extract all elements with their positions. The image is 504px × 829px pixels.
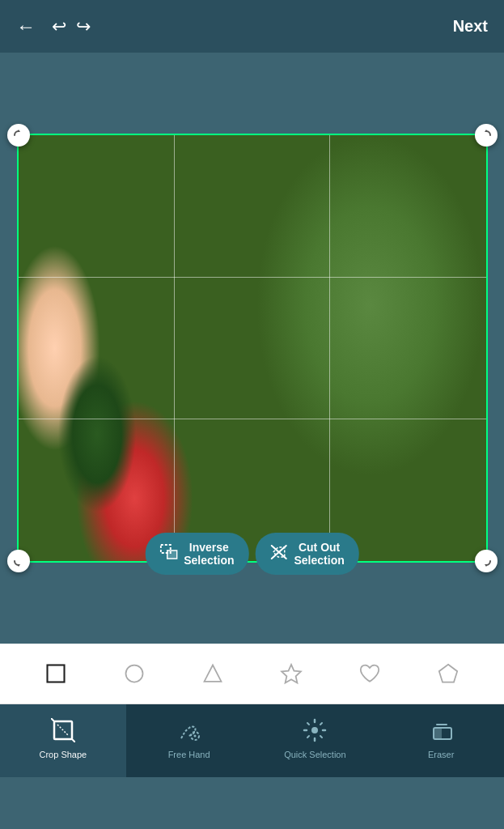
free-hand-icon (177, 718, 201, 746)
svg-marker-12 (439, 665, 457, 682)
svg-point-19 (311, 727, 318, 733)
triangle-icon (201, 662, 224, 685)
svg-point-18 (193, 735, 196, 738)
inverse-icon-svg (159, 544, 177, 560)
rotate-icon-tr (481, 130, 492, 141)
svg-line-14 (51, 718, 54, 721)
shape-triangle-button[interactable] (193, 653, 233, 694)
free-hand-label: Free Hand (168, 750, 210, 759)
nav-quick-selection[interactable]: Quick Selection (252, 704, 379, 777)
quick-selection-label: Quick Selection (284, 750, 345, 759)
handle-bottom-left[interactable] (7, 550, 30, 572)
header-left: ← ↩ ↪ (16, 15, 91, 38)
shape-pentagon-button[interactable] (428, 653, 468, 694)
eraser-icon (429, 718, 453, 746)
crop-overlay (17, 134, 488, 563)
grid-v-line-2 (329, 135, 330, 561)
inverse-selection-button[interactable]: InverseSelection (145, 533, 248, 575)
shape-toolbar (0, 644, 504, 704)
svg-line-24 (307, 723, 309, 725)
image-container (17, 134, 488, 563)
free-hand-icon-svg (177, 718, 201, 742)
nav-crop-shape[interactable]: Crop Shape (0, 704, 126, 777)
svg-line-15 (72, 739, 75, 742)
shape-circle-button[interactable] (114, 653, 155, 694)
svg-rect-5 (167, 551, 176, 559)
redo-button[interactable]: ↪ (76, 16, 91, 37)
rotate-icon-br (481, 555, 492, 567)
back-icon: ← (16, 15, 36, 37)
grid-h-line-1 (19, 277, 486, 278)
shape-heart-button[interactable] (349, 653, 390, 694)
shape-square-button[interactable] (36, 653, 76, 694)
undo-redo-group: ↩ ↪ (52, 16, 91, 37)
svg-line-25 (320, 723, 322, 725)
cutout-icon-svg (270, 544, 288, 560)
quick-selection-icon (303, 718, 327, 746)
cutout-selection-button[interactable]: Cut OutSelection (256, 533, 359, 575)
handle-bottom-right[interactable] (475, 550, 498, 572)
heart-icon (358, 662, 381, 685)
square-icon (44, 662, 67, 685)
inverse-selection-icon (159, 544, 177, 564)
handle-top-left[interactable] (7, 124, 30, 147)
redo-icon: ↪ (76, 16, 91, 36)
nav-free-hand[interactable]: Free Hand (126, 704, 252, 777)
eraser-label: Eraser (428, 750, 454, 759)
svg-marker-11 (282, 665, 301, 683)
pentagon-icon (437, 662, 460, 685)
cutout-icon (270, 544, 288, 564)
selection-buttons-group: InverseSelection Cut OutSelection (145, 533, 359, 575)
circle-icon (123, 662, 146, 685)
crop-icon-svg (51, 718, 75, 742)
grid-h-line-2 (19, 419, 486, 419)
rotate-icon-bl (13, 555, 24, 567)
eraser-icon-svg (429, 718, 453, 742)
quick-selection-icon-svg (303, 718, 327, 742)
canvas-area: InverseSelection Cut OutSelection (0, 53, 504, 644)
undo-icon: ↩ (52, 16, 66, 36)
svg-rect-8 (47, 665, 64, 682)
inverse-selection-label: InverseSelection (184, 541, 234, 567)
bottom-nav: Crop Shape Free Hand (0, 704, 504, 777)
next-button[interactable]: Next (453, 17, 488, 36)
grid-lines (19, 135, 486, 561)
back-button[interactable]: ← (16, 15, 36, 38)
svg-line-26 (307, 736, 309, 738)
svg-marker-10 (204, 665, 221, 682)
shape-star-button[interactable] (271, 653, 311, 694)
grid-v-line-1 (174, 135, 175, 561)
svg-line-27 (320, 736, 322, 738)
nav-eraser[interactable]: Eraser (378, 704, 504, 777)
rotate-icon-tl (13, 130, 24, 141)
svg-point-9 (125, 665, 142, 682)
crop-shape-label: Crop Shape (40, 750, 87, 759)
undo-button[interactable]: ↩ (52, 16, 66, 37)
svg-rect-29 (434, 728, 442, 739)
svg-line-16 (57, 725, 69, 736)
star-icon (280, 662, 303, 685)
crop-shape-icon (51, 718, 75, 746)
cutout-selection-label: Cut OutSelection (294, 541, 345, 567)
app-header: ← ↩ ↪ Next (0, 0, 504, 53)
handle-top-right[interactable] (475, 124, 498, 147)
